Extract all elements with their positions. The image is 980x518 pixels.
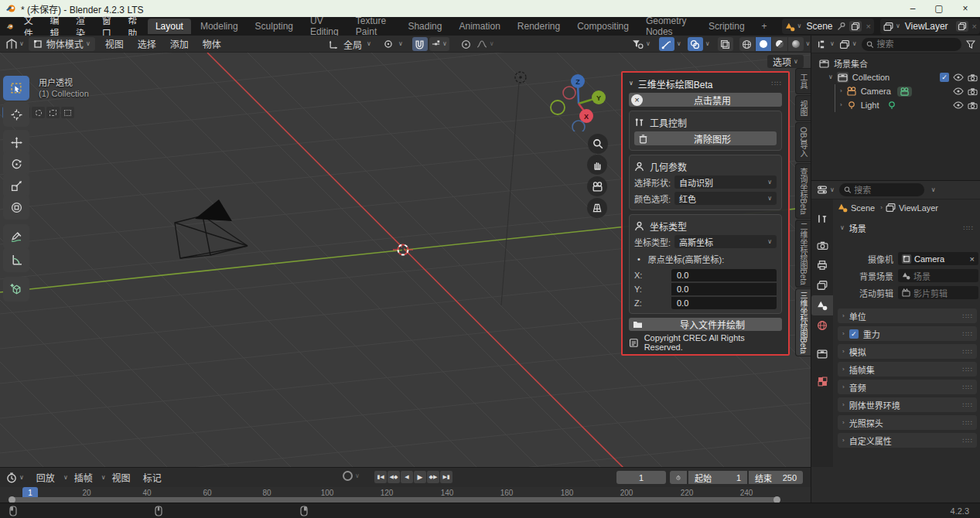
pivot-point-button[interactable] (381, 37, 396, 51)
tool-measure[interactable] (3, 247, 29, 272)
eye-icon[interactable] (953, 87, 964, 95)
panel-keying-sets[interactable]: ›插帧集∷∷ (838, 362, 977, 377)
tab-collection[interactable] (811, 343, 833, 363)
tab-tool[interactable] (811, 209, 833, 229)
row-camera[interactable]: › Camera (811, 84, 980, 98)
jump-to-end-button[interactable]: ▶▮ (440, 471, 452, 483)
mode-dropdown[interactable]: 物体模式 ∨ (29, 37, 95, 51)
timeline-scrollbar[interactable] (9, 497, 780, 503)
sidebar-tab-tool[interactable]: 工具 (795, 68, 811, 94)
editor-type-icon[interactable] (6, 472, 17, 483)
tab-view-layer[interactable] (811, 275, 833, 295)
tool-add-cube[interactable] (3, 277, 29, 302)
panel-audio[interactable]: ›音频∷∷ (838, 380, 977, 394)
auto-key-button[interactable]: ∨ (343, 471, 360, 481)
viewlayer-name[interactable]: ViewLayer (905, 21, 948, 32)
chevron-down-icon[interactable]: ∨ (828, 74, 833, 80)
frame-end-field[interactable]: 结束250 (749, 471, 803, 484)
properties-search[interactable] (839, 183, 924, 196)
tool-cursor[interactable] (3, 102, 29, 127)
shape-dropdown[interactable]: 自动识别∨ (674, 176, 777, 189)
overlays-toggle[interactable] (688, 37, 703, 51)
tab-output[interactable] (811, 255, 833, 275)
import-file-button[interactable]: 导入文件并绘制 (629, 318, 782, 331)
shading-wireframe-button[interactable] (739, 37, 755, 51)
tab-rendering[interactable]: Rendering (510, 19, 568, 34)
collection-checkbox[interactable]: ✓ (940, 73, 949, 82)
viewlayer-selector[interactable]: ∨ ViewLayer × (880, 19, 980, 34)
gizmos-toggle[interactable] (659, 37, 674, 51)
camera-field[interactable]: Camera × (898, 252, 978, 265)
filter-funnel-icon[interactable] (966, 39, 975, 49)
sidebar-tab-query-coords[interactable]: 查询坐标Beta (795, 163, 811, 219)
menu-object[interactable]: 物体 (196, 37, 228, 50)
menu-playback[interactable]: 回放 (30, 471, 61, 484)
maximize-button[interactable]: ▢ (926, 0, 952, 17)
editor-type-icon[interactable] (6, 39, 17, 49)
tab-shading[interactable]: Shading (400, 19, 449, 34)
tab-scene[interactable] (811, 295, 833, 315)
tab-world[interactable] (811, 315, 833, 336)
tab-animation[interactable]: Animation (451, 19, 507, 34)
row-collection[interactable]: ∨ Collection ✓ (811, 70, 980, 84)
tab-layout[interactable]: Layout (148, 19, 191, 34)
shading-solid-button[interactable] (756, 37, 771, 51)
select-paint-mode-button[interactable] (61, 107, 74, 118)
render-visibility-icon[interactable] (968, 73, 978, 82)
gravity-checkbox[interactable]: ✓ (849, 329, 859, 339)
tool-transform[interactable] (3, 195, 29, 220)
chevron-right-icon[interactable]: › (840, 102, 842, 108)
breadcrumb-viewlayer[interactable]: ViewLayer (899, 203, 938, 213)
y-input[interactable]: 0.0 (671, 283, 777, 295)
select-lasso-mode-button[interactable] (46, 107, 60, 118)
timeline-ruler[interactable]: 20 40 60 80 100 120 140 160 180 200 220 … (0, 487, 811, 503)
tab-modeling[interactable]: Modeling (193, 19, 246, 34)
tool-select-box[interactable] (3, 76, 29, 101)
navigation-gizmo[interactable]: Z Y X (548, 70, 608, 131)
zoom-button[interactable] (588, 134, 608, 154)
tab-texture[interactable] (811, 371, 833, 391)
blender-menu-icon[interactable] (6, 21, 14, 32)
new-scene-button[interactable] (849, 21, 862, 32)
viewport-options-button[interactable]: 选项∨ (767, 55, 804, 68)
color-dropdown[interactable]: 红色∨ (674, 192, 777, 205)
addon-panel-header[interactable]: ∨ 三维坐标绘图Beta ∷∷ (629, 76, 782, 91)
panel-custom-properties[interactable]: ›自定义属性∷∷ (838, 433, 977, 448)
scene-selector[interactable]: ∨ Scene × (782, 19, 874, 34)
sidebar-tab-obj-import[interactable]: OBJ导入 (795, 122, 811, 162)
sidebar-tab-2d-plot[interactable]: 二维坐标绘图Beta (795, 220, 811, 288)
editor-type-icon[interactable] (817, 185, 828, 195)
prev-keyframe-button[interactable]: ◀◆ (388, 471, 400, 483)
outliner-search-input[interactable] (876, 39, 957, 49)
render-visibility-icon[interactable] (968, 87, 978, 96)
minimize-button[interactable]: – (900, 0, 926, 17)
scene-name[interactable]: Scene (806, 21, 832, 32)
clear-graphics-button[interactable]: 清除图形 (634, 131, 777, 145)
visibility-dropdown[interactable]: ∨ (630, 37, 653, 51)
current-frame-field[interactable]: 1 (616, 471, 666, 484)
menu-view[interactable]: 视图 (106, 471, 137, 484)
row-light[interactable]: › Light (811, 98, 980, 112)
add-workspace-button[interactable]: + (754, 19, 775, 34)
menu-keying[interactable]: 插帧 (68, 471, 99, 484)
clear-icon[interactable]: × (970, 254, 975, 264)
panel-simulation[interactable]: ›模拟∷∷ (838, 344, 977, 359)
menu-view[interactable]: 视图 (98, 37, 131, 50)
row-scene-collection[interactable]: 场景集合 (811, 56, 980, 70)
background-field[interactable]: 场景 (898, 269, 978, 282)
breadcrumb-scene[interactable]: Scene (851, 203, 875, 213)
panel-light-probes[interactable]: ›光照探头∷∷ (838, 415, 977, 430)
proportional-edit-button[interactable] (459, 37, 474, 51)
chevron-down-icon[interactable]: ∨ (931, 187, 936, 193)
editor-type-icon[interactable] (817, 39, 828, 49)
close-button[interactable]: × (952, 0, 978, 17)
orientation-label[interactable]: 全局 (343, 38, 362, 51)
panel-grip-icon[interactable]: ∷∷ (772, 80, 782, 87)
panel-grip-icon[interactable]: ∷∷ (964, 224, 974, 232)
play-button[interactable]: ▶ (414, 471, 426, 483)
x-input[interactable]: 0.0 (671, 269, 777, 281)
menu-markers[interactable]: 标记 (137, 471, 168, 484)
tool-annotate[interactable] (3, 224, 29, 249)
clip-field[interactable]: 影片剪辑 (898, 286, 978, 299)
falloff-dropdown[interactable]: ∨ (474, 37, 497, 51)
